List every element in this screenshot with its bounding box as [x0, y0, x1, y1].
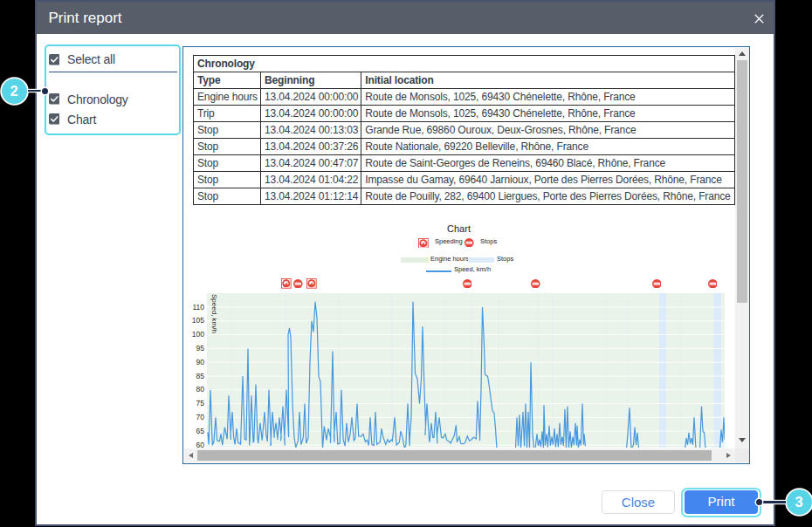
- svg-text:STOP: STOP: [654, 283, 660, 285]
- svg-text:STOP: STOP: [295, 283, 301, 285]
- svg-text:STOP: STOP: [710, 283, 716, 285]
- svg-text:STOP: STOP: [533, 283, 539, 285]
- svg-text:STOP: STOP: [464, 283, 471, 285]
- svg-text:STOP: STOP: [466, 242, 472, 244]
